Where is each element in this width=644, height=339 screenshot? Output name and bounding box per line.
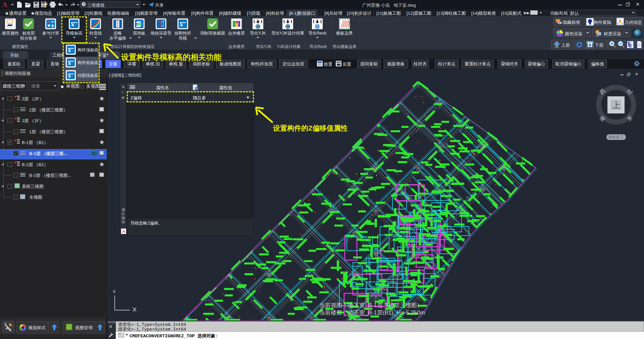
svg-text:上: 上 — [612, 100, 621, 110]
svg-text:R: R — [316, 25, 318, 29]
svg-text:Y: Y — [113, 289, 116, 294]
